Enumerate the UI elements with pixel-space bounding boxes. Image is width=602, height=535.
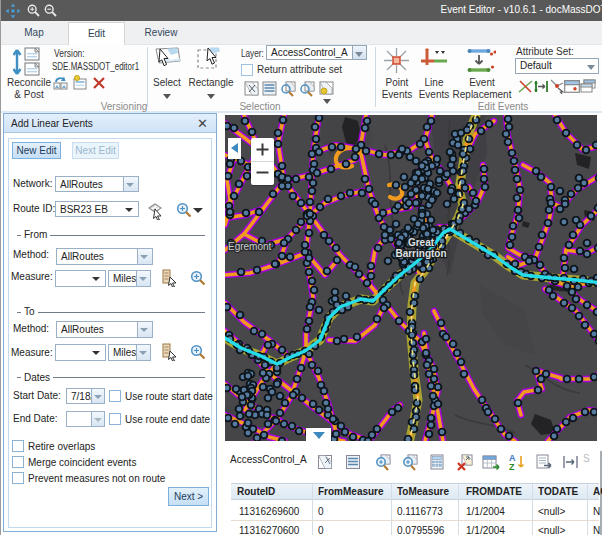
svg-text:Z: Z — [509, 462, 515, 471]
svg-text:Great: Great — [408, 237, 435, 248]
svg-text:Egremont: Egremont — [228, 241, 272, 252]
svg-text:Barrington: Barrington — [395, 248, 446, 259]
